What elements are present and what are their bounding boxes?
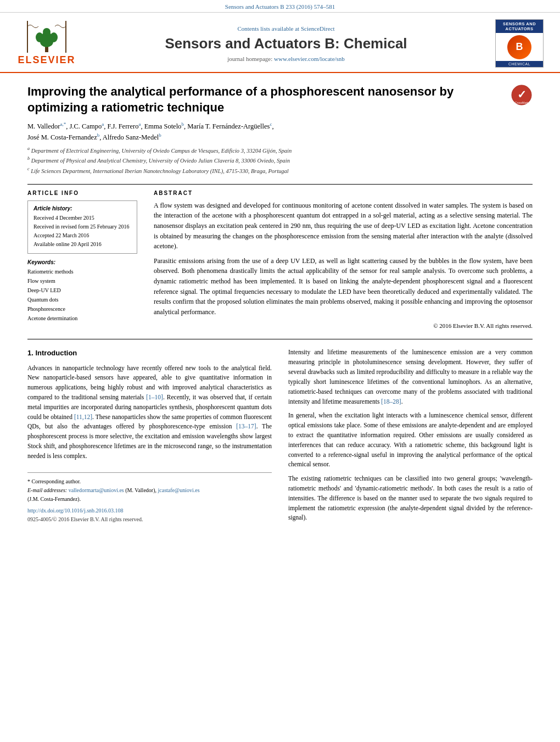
contents-line: Contents lists available at ScienceDirec…	[77, 25, 495, 32]
journal-title-center: Contents lists available at ScienceDirec…	[77, 25, 495, 62]
top-bar: Sensors and Actuators B 233 (2016) 574–5…	[0, 0, 560, 13]
authors: M. Valledora,*, J.C. Campoa, F.J. Ferrer…	[27, 121, 533, 143]
ref-1-10[interactable]: [1–10]	[146, 394, 163, 400]
keywords-label: Keywords:	[27, 259, 137, 265]
article-info-col: ARTICLE INFO Article history: Received 4…	[27, 190, 137, 331]
journal-name: Sensors and Actuators B: Chemical	[77, 35, 495, 52]
abstract-text: A flow system was designed and developed…	[154, 200, 533, 331]
article-history-box: Article history: Received 4 December 201…	[27, 200, 137, 254]
divider-1	[27, 184, 533, 185]
abstract-para-1: A flow system was designed and developed…	[154, 200, 533, 252]
svg-point-3	[43, 28, 51, 36]
doi-line: http://dx.doi.org/10.1016/j.snb.2016.03.…	[27, 506, 272, 515]
intro-para-right-1: Intensity and lifetime measurements of t…	[288, 348, 533, 406]
sciencedirect-link[interactable]: ScienceDirect	[301, 25, 335, 32]
email-2-link[interactable]: jcastafe@uniovi.es	[158, 487, 200, 493]
sensors-logo-top-text: SENSORS ANDACTUATORS	[496, 20, 543, 33]
affiliations: a Department of Electrical Engineering, …	[27, 146, 533, 176]
keywords-list: Ratiometric methods Flow system Deep-UV …	[27, 267, 137, 323]
svg-point-4	[36, 32, 43, 42]
article-dates: Received 4 December 2015 Received in rev…	[33, 214, 131, 249]
ref-13-17[interactable]: [13–17]	[236, 423, 256, 429]
article-history-label: Article history:	[33, 205, 131, 211]
body-section: 1. Introduction Advances in nanoparticle…	[27, 348, 533, 527]
intro-para-right-3: The existing ratiometric techniques can …	[288, 474, 533, 523]
body-col-right: Intensity and lifetime measurements of t…	[288, 348, 533, 527]
abstract-para-2: Parasitic emissions arising from the use…	[154, 256, 533, 317]
email-line: E-mail addresses: valledormarta@uniovi.e…	[27, 486, 272, 504]
svg-text:CrossMark: CrossMark	[515, 101, 529, 104]
abstract-header: ABSTRACT	[154, 190, 533, 196]
homepage-url[interactable]: www.elsevier.com/locate/snb	[274, 55, 345, 62]
homepage-line: journal homepage: www.elsevier.com/locat…	[77, 55, 495, 62]
journal-citation-link[interactable]: Sensors and Actuators B 233 (2016) 574–5…	[225, 3, 335, 10]
intro-para-right-2: In general, when the excitation light in…	[288, 411, 533, 470]
svg-point-5	[50, 32, 58, 42]
page: Sensors and Actuators B 233 (2016) 574–5…	[0, 0, 560, 538]
sensors-logo-b: B	[507, 35, 531, 59]
article-info-header: ARTICLE INFO	[27, 190, 137, 196]
copyright: © 2016 Elsevier B.V. All rights reserved…	[154, 321, 533, 331]
elsevier-wordmark: ELSEVIER	[18, 54, 75, 66]
sensors-logo-bottom-text: CHEMICAL	[496, 61, 543, 67]
footnote-area: * Corresponding author. E-mail addresses…	[27, 472, 272, 524]
doi-link[interactable]: http://dx.doi.org/10.1016/j.snb.2016.03.…	[27, 507, 124, 514]
crossmark-icon: ✓ CrossMark	[511, 84, 533, 106]
journal-header: ELSEVIER Contents lists available at Sci…	[0, 13, 560, 73]
ref-18-28[interactable]: [18–28]	[381, 398, 401, 405]
sensors-logo-mid: B	[496, 33, 543, 61]
elsevier-logo: ELSEVIER	[16, 21, 77, 66]
ref-11-12[interactable]: [11,12]	[74, 414, 92, 420]
body-col-left: 1. Introduction Advances in nanoparticle…	[27, 348, 272, 527]
abstract-col: ABSTRACT A flow system was designed and …	[154, 190, 533, 331]
article-title: Improving the analytical performance of …	[27, 84, 511, 115]
divider-2	[27, 339, 533, 339]
info-abstract-section: ARTICLE INFO Article history: Received 4…	[27, 190, 533, 331]
sensors-actuators-logo: SENSORS ANDACTUATORS B CHEMICAL	[495, 19, 544, 68]
elsevier-tree-icon	[25, 21, 69, 53]
email-1-link[interactable]: valledormarta@uniovi.es	[69, 487, 124, 493]
article-content: Improving the analytical performance of …	[0, 73, 560, 538]
svg-text:✓: ✓	[517, 88, 527, 101]
section1-title: 1. Introduction	[27, 348, 272, 359]
issn-line: 0925-4005/© 2016 Elsevier B.V. All right…	[27, 515, 272, 524]
title-crossmark-area: Improving the analytical performance of …	[27, 84, 533, 115]
intro-para-left: Advances in nanoparticle technology have…	[27, 364, 272, 461]
corresponding-author-note: * Corresponding author.	[27, 477, 272, 486]
